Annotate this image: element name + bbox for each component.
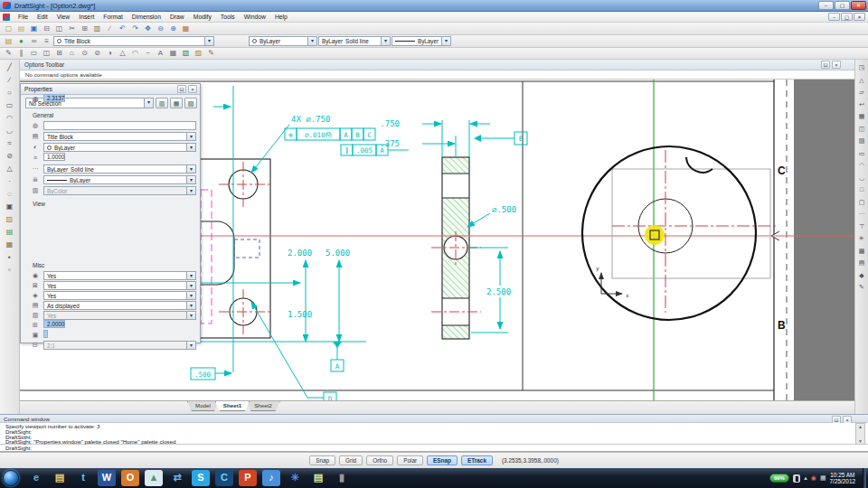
menu-item[interactable]: View: [52, 12, 75, 23]
region-tool-icon[interactable]: ▣: [3, 201, 16, 213]
shade-plot-combo[interactable]: As displayed: [43, 301, 196, 310]
internet-explorer-icon[interactable]: e: [27, 470, 45, 486]
note-tool-icon[interactable]: ▪: [3, 251, 16, 264]
properties-pin-icon[interactable]: ⊡: [177, 85, 186, 93]
tab-model[interactable]: Model: [187, 401, 219, 411]
undo-icon[interactable]: ↶: [117, 23, 128, 34]
mirror-icon[interactable]: ◫: [41, 48, 52, 59]
tray-icon-1[interactable]: ◉: [811, 474, 816, 482]
clipped-combo[interactable]: Yes: [43, 291, 196, 300]
hatch-tool-icon[interactable]: ▨: [3, 213, 16, 226]
color-combo[interactable]: ByLayer: [249, 36, 317, 46]
block-insert-icon[interactable]: ▤: [3, 226, 16, 239]
link-icon[interactable]: ◳: [856, 61, 868, 74]
print-icon[interactable]: ⊟: [41, 23, 52, 34]
tray-icon-2[interactable]: ▦: [820, 474, 826, 482]
layer-stack-icon[interactable]: ≡: [41, 36, 52, 47]
cut-icon[interactable]: ✂: [66, 23, 78, 34]
hatch-icon[interactable]: ▨: [193, 48, 204, 59]
snap-toggle[interactable]: Snap: [309, 455, 335, 465]
save-icon[interactable]: ▣: [28, 23, 40, 34]
twitter-icon[interactable]: t: [74, 470, 92, 486]
paste-icon[interactable]: ▥: [91, 23, 103, 34]
rectangle-tool-icon[interactable]: ▭: [3, 99, 16, 112]
polyline-icon[interactable]: ~: [142, 48, 154, 59]
tab-sheet1[interactable]: Sheet1: [215, 401, 250, 411]
arc-join-icon[interactable]: ◡: [856, 172, 868, 184]
layers-manager-icon[interactable]: ▦: [180, 23, 192, 34]
layer-link-icon[interactable]: ∞: [28, 36, 40, 47]
offset-icon[interactable]: ⊞: [53, 48, 65, 59]
home-icon[interactable]: ⌂: [66, 48, 78, 59]
polygon-tool-icon[interactable]: △: [3, 163, 16, 175]
layers-copy-icon[interactable]: ▤: [856, 257, 868, 269]
menu-item[interactable]: Tools: [216, 12, 240, 23]
circle-icon[interactable]: ⊙: [79, 48, 90, 59]
arc-edit-icon[interactable]: ◠: [856, 159, 868, 172]
file-explorer-icon[interactable]: ▤: [51, 470, 69, 486]
hatch-edit-icon[interactable]: ▩: [856, 245, 868, 258]
line-tool-icon[interactable]: ╱: [3, 61, 16, 74]
zoom-out-icon[interactable]: ⊖: [155, 23, 166, 34]
linestyle-combo[interactable]: ByLayer Solid line: [318, 36, 391, 46]
menu-item[interactable]: Edit: [33, 12, 52, 23]
panel-icon[interactable]: ▭: [856, 147, 868, 160]
viewport-on-combo[interactable]: Yes: [43, 271, 196, 280]
copy-icon[interactable]: ⊞: [79, 23, 90, 34]
command-scrollbar[interactable]: ▲▼: [855, 423, 865, 445]
notes-icon[interactable]: ▤: [309, 470, 327, 486]
sketch-icon[interactable]: ✎: [3, 48, 14, 59]
layer-combo[interactable]: Title Block: [53, 36, 214, 46]
menu-item[interactable]: Dimension: [127, 12, 165, 23]
ellipse-tool-icon[interactable]: ⊘: [3, 150, 16, 163]
text-icon[interactable]: A: [155, 48, 166, 59]
construction-line-icon[interactable]: ∕: [3, 74, 16, 87]
battery-icon[interactable]: ▮: [793, 474, 800, 483]
menu-item[interactable]: Modify: [189, 12, 216, 23]
communicator-icon[interactable]: C: [215, 470, 233, 486]
dots-icon[interactable]: ⋯: [856, 208, 868, 221]
skype-icon[interactable]: S: [192, 470, 210, 486]
spline-tool-icon[interactable]: ≈: [3, 137, 16, 150]
view-value[interactable]: 2.3137: [43, 94, 65, 102]
return-icon[interactable]: ↩: [856, 99, 868, 111]
menu-item[interactable]: Help: [270, 12, 292, 23]
diamond-icon[interactable]: ◆: [856, 269, 868, 282]
polygon-icon[interactable]: △: [117, 48, 128, 59]
draftsight-taskbar-icon[interactable]: ▲: [145, 470, 163, 486]
box-icon[interactable]: ◫: [856, 123, 868, 136]
doc-close-button[interactable]: ✕: [854, 13, 865, 21]
leader-tool-icon[interactable]: ▫: [3, 264, 16, 277]
export-icon[interactable]: ▱: [856, 86, 868, 99]
open-icon[interactable]: ▤: [15, 23, 27, 34]
frame-icon[interactable]: ▢: [856, 196, 868, 209]
tab-sheet2[interactable]: Sheet2: [246, 401, 280, 411]
linescale-field[interactable]: 1.0000: [43, 153, 65, 161]
start-button[interactable]: [3, 470, 19, 486]
device-icon[interactable]: ▮: [333, 470, 351, 486]
layers-palette-icon[interactable]: ▤: [3, 36, 14, 47]
close-button[interactable]: ✕: [851, 1, 866, 10]
image-frame-icon[interactable]: ▨: [856, 135, 868, 147]
menu-item[interactable]: Draw: [165, 12, 189, 23]
grid-toggle[interactable]: Grid: [339, 455, 363, 465]
options-pin-icon[interactable]: ⊡: [821, 61, 830, 69]
prop-linestyle-combo[interactable]: ByLayerSolid line: [43, 164, 196, 174]
prop-lineweight-combo[interactable]: ByLayer: [43, 175, 196, 184]
rect-edit-icon[interactable]: □: [856, 183, 868, 196]
cloud-tool-icon[interactable]: ◌: [3, 188, 16, 201]
menu-item[interactable]: File: [14, 12, 33, 23]
redo-icon[interactable]: ↷: [129, 23, 141, 34]
prop-layer-combo[interactable]: Title Block: [43, 132, 196, 141]
snap-star-icon[interactable]: ✳: [856, 232, 868, 245]
prism-icon[interactable]: △: [856, 74, 868, 87]
prop-color-combo[interactable]: ByLayer: [43, 143, 196, 152]
zoom-in-icon[interactable]: ⊕: [167, 23, 179, 34]
new-icon[interactable]: ▢: [3, 23, 14, 34]
rectangle-icon[interactable]: ▭: [28, 48, 40, 59]
point-tool-icon[interactable]: ·: [3, 175, 16, 188]
locked-combo[interactable]: Yes: [43, 281, 196, 290]
text-cursor-icon[interactable]: ⊤: [856, 221, 868, 233]
app-flower-icon[interactable]: ✳: [286, 470, 304, 486]
options-close-icon[interactable]: ×: [832, 61, 841, 69]
